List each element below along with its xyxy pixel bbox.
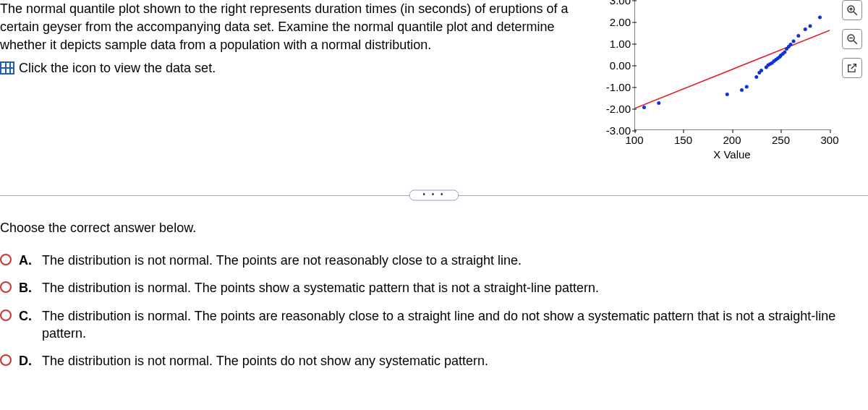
y-tick-label: 0.00 (610, 59, 631, 72)
normal-quantile-plot: X Value 3.002.001.000.00-1.00-2.00-3.001… (595, 0, 833, 159)
y-tick-label: 2.00 (610, 16, 631, 28)
x-tick-label: 300 (820, 134, 838, 146)
option-text: The distribution is not normal. The poin… (42, 352, 488, 370)
svg-point-24 (789, 43, 793, 46)
radio-button[interactable] (0, 309, 12, 321)
svg-point-10 (760, 69, 763, 72)
zoom-out-icon[interactable] (842, 29, 862, 49)
answer-option[interactable]: D.The distribution is not normal. The po… (0, 352, 868, 370)
answer-option[interactable]: B.The distribution is normal. The points… (0, 279, 868, 296)
y-tick-label: -2.00 (606, 103, 631, 115)
expand-pill[interactable]: • • • (409, 190, 459, 201)
option-letter: B. (19, 279, 35, 296)
svg-point-7 (745, 85, 749, 89)
svg-point-21 (783, 51, 786, 54)
x-tick-label: 150 (674, 134, 692, 146)
svg-point-8 (754, 75, 758, 79)
svg-point-4 (657, 101, 660, 105)
option-letter: C. (19, 307, 35, 325)
popout-icon[interactable] (842, 58, 862, 78)
x-tick-label: 250 (772, 134, 790, 146)
table-icon (0, 61, 14, 74)
option-text: The distribution is normal. The points s… (42, 279, 599, 296)
svg-point-3 (642, 106, 646, 109)
zoom-in-icon[interactable] (842, 0, 862, 20)
view-dataset-label: Click the icon to view the data set. (19, 59, 216, 77)
svg-line-2 (634, 30, 830, 108)
y-tick-label: -1.00 (606, 81, 631, 93)
svg-point-29 (818, 16, 822, 20)
svg-point-26 (796, 34, 800, 38)
option-letter: D. (19, 352, 35, 370)
answer-option[interactable]: A.The distribution is not normal. The po… (0, 252, 868, 269)
section-divider: • • • (0, 188, 868, 202)
plot-svg (634, 0, 830, 130)
x-tick-label: 100 (625, 134, 643, 146)
y-tick-label: 1.00 (610, 38, 631, 50)
radio-button[interactable] (0, 354, 12, 366)
svg-point-27 (804, 27, 807, 31)
svg-point-5 (726, 93, 729, 96)
svg-point-6 (740, 88, 744, 92)
x-axis-label: X Value (713, 148, 750, 161)
radio-button[interactable] (0, 281, 12, 293)
svg-point-28 (809, 25, 812, 28)
option-letter: A. (19, 252, 35, 269)
question-text: The normal quantile plot shown to the ri… (0, 0, 580, 55)
svg-line-35 (854, 40, 857, 44)
svg-line-31 (854, 12, 857, 15)
svg-point-25 (792, 40, 796, 43)
option-text: The distribution is not normal. The poin… (42, 252, 522, 269)
x-tick-label: 200 (723, 134, 741, 146)
radio-button[interactable] (0, 254, 12, 265)
answer-option[interactable]: C.The distribution is normal. The points… (0, 307, 868, 343)
y-tick-label: 3.00 (610, 0, 631, 7)
option-text: The distribution is normal. The points a… (42, 307, 868, 343)
answer-prompt: Choose the correct answer below. (0, 221, 868, 236)
chart-container: X Value 3.002.001.000.00-1.00-2.00-3.001… (595, 0, 862, 159)
view-dataset-link[interactable]: Click the icon to view the data set. (0, 59, 216, 77)
